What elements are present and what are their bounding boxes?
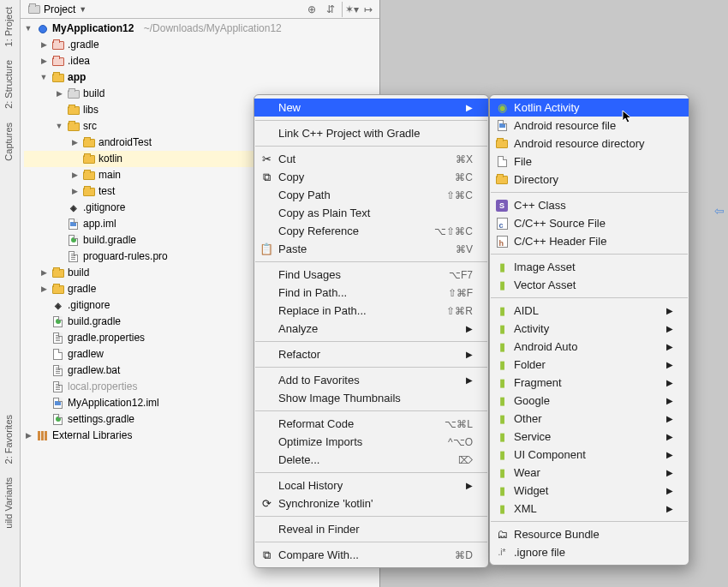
menu-vector-asset[interactable]: ▮Vector Asset	[490, 276, 689, 294]
menu-local-history[interactable]: Local History▶	[254, 476, 488, 494]
folder-icon	[51, 56, 64, 67]
menu-google[interactable]: ▮Google▶	[490, 392, 689, 410]
shortcut-label: ⌘C	[434, 171, 473, 183]
menu-label: Analyze	[278, 322, 318, 335]
menu-aidl[interactable]: ▮AIDL▶	[490, 302, 689, 320]
expand-icon[interactable]: ▶	[70, 167, 79, 183]
tree-node-app[interactable]: ▼app	[24, 69, 379, 86]
rail-captures[interactable]: Captures	[0, 116, 17, 168]
node-label: gradlew.bat	[68, 362, 120, 379]
node-label: src	[83, 118, 97, 135]
menu-cut[interactable]: ✂Cut⌘X	[254, 150, 488, 168]
menu-copy-ref[interactable]: Copy Reference⌥⇧⌘C	[254, 222, 488, 240]
menu-separator	[255, 341, 487, 342]
menu-widget[interactable]: ▮Widget▶	[490, 482, 689, 500]
shortcut-label: ⌥⌘L	[424, 418, 473, 430]
panel-header: Project ▼ ⊕ ⇵ ✶▾ ↦	[21, 0, 379, 19]
menu-replace-in-path[interactable]: Replace in Path...⇧⌘R	[254, 302, 488, 320]
expand-icon[interactable]: ▶	[39, 265, 48, 281]
menu-label: Google	[514, 394, 550, 407]
menu-reveal-finder[interactable]: Reveal in Finder	[254, 520, 488, 538]
menu-link-cpp[interactable]: Link C++ Project with Gradle	[254, 124, 488, 142]
menu-directory[interactable]: Directory	[490, 171, 689, 189]
expand-icon[interactable]: ▶	[39, 37, 48, 53]
menu-label: C/C++ Source File	[514, 217, 606, 230]
menu-show-thumbs[interactable]: Show Image Thumbnails	[254, 389, 488, 407]
submenu-arrow-icon: ▶	[666, 342, 673, 351]
menu-folder[interactable]: ▮Folder▶	[490, 356, 689, 374]
menu-fragment[interactable]: ▮Fragment▶	[490, 374, 689, 392]
menu-paste[interactable]: 📋Paste⌘V	[254, 240, 488, 258]
menu-copy[interactable]: ⧉Copy⌘C	[254, 168, 488, 186]
menu-optimize[interactable]: Optimize Imports^⌥O	[254, 433, 488, 451]
rail-build-variants[interactable]: uild Variants	[0, 470, 17, 536]
collapse-all-button[interactable]: ⇵	[323, 2, 338, 17]
android-icon: ▮	[495, 304, 509, 318]
menu-activity[interactable]: ▮Activity▶	[490, 320, 689, 338]
menu-cpp-source[interactable]: C/C++ Source File	[490, 214, 689, 232]
settings-button[interactable]: ✶▾	[342, 2, 357, 17]
hide-button[interactable]: ↦	[361, 2, 376, 17]
menu-label: Compare With...	[278, 548, 359, 561]
expand-icon[interactable]: ▼	[39, 69, 48, 86]
menu-android-res-file[interactable]: Android resource file	[490, 117, 689, 135]
menu-label: Show Image Thumbnails	[278, 392, 401, 404]
menu-service[interactable]: ▮Service▶	[490, 428, 689, 446]
menu-analyze[interactable]: Analyze▶	[254, 320, 488, 338]
menu-file[interactable]: File	[490, 153, 689, 171]
git-icon: ◈	[67, 202, 80, 213]
node-label: External Libraries	[52, 428, 132, 444]
expand-icon[interactable]: ▶	[55, 86, 63, 102]
expand-icon[interactable]: ▶	[24, 428, 33, 444]
menu-resource-bundle[interactable]: 🗂Resource Bundle	[490, 525, 689, 543]
project-view-combo[interactable]: Project ▼	[24, 3, 90, 15]
menu-find-in-path[interactable]: Find in Path...⇧⌘F	[254, 284, 488, 302]
menu-cpp-header[interactable]: C/C++ Header File	[490, 232, 689, 250]
nav-arrow-icon[interactable]: ⇦	[714, 204, 725, 218]
shortcut-label: ⇧⌘C	[426, 189, 473, 201]
shortcut-label: ⌘D	[434, 549, 473, 561]
expand-icon[interactable]: ▶	[39, 281, 48, 297]
menu-android-auto[interactable]: ▮Android Auto▶	[490, 338, 689, 356]
tree-node-gradle[interactable]: ▶.gradle	[24, 37, 379, 53]
folder-icon	[51, 72, 64, 83]
menu-label: Other	[514, 412, 542, 425]
menu-new[interactable]: New▶	[254, 99, 488, 117]
menu-kotlin-activity[interactable]: ◉Kotlin Activity	[490, 99, 689, 117]
expand-icon[interactable]: ▼	[55, 118, 63, 135]
tree-node-idea[interactable]: ▶.idea	[24, 53, 379, 69]
menu-add-favorites[interactable]: Add to Favorites▶	[254, 371, 488, 389]
menu-compare[interactable]: ⧉Compare With...⌘D	[254, 546, 488, 564]
menu-android-res-dir[interactable]: Android resource directory	[490, 135, 689, 153]
menu-copy-plain[interactable]: Copy as Plain Text	[254, 204, 488, 222]
menu-reformat[interactable]: Reformat Code⌥⌘L	[254, 415, 488, 433]
menu-label: XML	[514, 502, 537, 515]
menu-wear[interactable]: ▮Wear▶	[490, 464, 689, 482]
tree-root[interactable]: ▼ MyApplication12 ~/Downloads/MyApplicat…	[24, 21, 379, 37]
locate-button[interactable]: ⊕	[304, 2, 319, 17]
android-icon: ▮	[495, 502, 509, 516]
node-label: main	[98, 167, 121, 183]
menu-image-asset[interactable]: ▮Image Asset	[490, 258, 689, 276]
menu-synchronize[interactable]: ⟳Synchronize 'kotlin'	[254, 494, 488, 512]
expand-icon[interactable]: ▶	[39, 53, 48, 69]
folder-icon	[51, 39, 64, 51]
expand-icon[interactable]: ▶	[70, 183, 79, 200]
rail-project[interactable]: 1: Project	[0, 0, 17, 53]
menu-cpp-class[interactable]: SC++ Class	[490, 196, 689, 214]
rail-favorites[interactable]: 2: Favorites	[0, 408, 17, 470]
shortcut-label: ^⌥O	[427, 436, 473, 448]
rail-structure[interactable]: 2: Structure	[0, 53, 17, 116]
expand-icon[interactable]: ▼	[24, 21, 33, 37]
expand-icon[interactable]: ▶	[70, 135, 79, 151]
file-icon	[51, 365, 64, 376]
menu-delete[interactable]: Delete...⌦	[254, 451, 488, 469]
menu-ui-component[interactable]: ▮UI Component▶	[490, 446, 689, 464]
menu-ignore-file[interactable]: .i*.ignore file	[490, 543, 689, 561]
menu-find-usages[interactable]: Find Usages⌥F7	[254, 266, 488, 284]
submenu-arrow-icon: ▶	[666, 306, 673, 315]
menu-xml[interactable]: ▮XML▶	[490, 500, 689, 518]
menu-other[interactable]: ▮Other▶	[490, 410, 689, 428]
menu-copy-path[interactable]: Copy Path⇧⌘C	[254, 186, 488, 204]
menu-refactor[interactable]: Refactor▶	[254, 345, 488, 363]
